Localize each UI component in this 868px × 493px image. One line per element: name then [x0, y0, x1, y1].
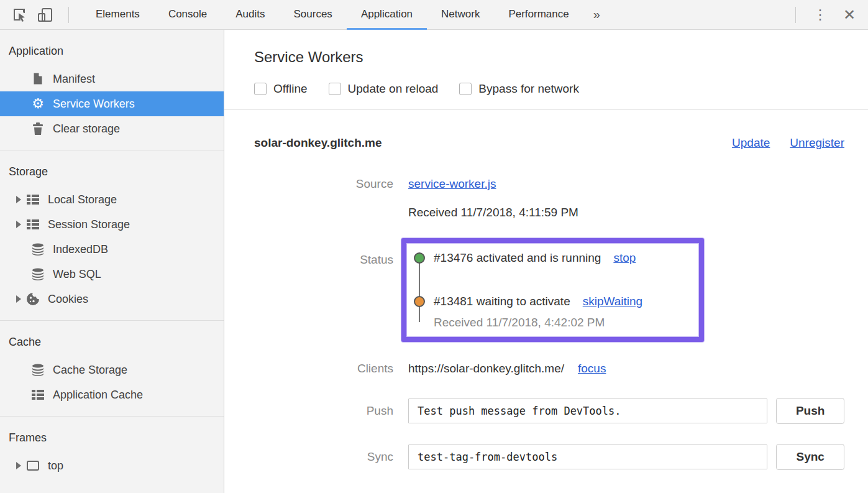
section-title: Storage [0, 165, 224, 187]
application-sidebar: Application Manifest ⚙ Service Workers [0, 30, 224, 493]
tab-network[interactable]: Network [427, 0, 494, 30]
focus-link[interactable]: focus [578, 362, 606, 376]
close-icon[interactable]: ✕ [837, 6, 868, 24]
service-worker-options: Offline Update on reload Bypass for netw… [254, 82, 844, 96]
update-link[interactable]: Update [732, 136, 770, 150]
sidebar-item-top-frame[interactable]: top [0, 453, 224, 478]
sidebar-item-cookies[interactable]: Cookies [0, 287, 224, 311]
sidebar-item-label: Service Workers [53, 98, 135, 111]
push-row: Push Push [254, 398, 844, 424]
checkbox-label: Update on reload [348, 82, 439, 96]
trash-icon [31, 122, 45, 136]
status-label: Status [254, 238, 393, 267]
sidebar-section-storage: Storage Local Storage [0, 150, 224, 321]
client-url: https://solar-donkey.glitch.me/ [408, 362, 564, 376]
waiting-received-timestamp: Received 11/7/2018, 4:42:02 PM [434, 316, 689, 329]
frame-icon [26, 459, 40, 472]
stop-link[interactable]: stop [613, 251, 636, 265]
sidebar-item-indexeddb[interactable]: IndexedDB [0, 237, 224, 262]
manifest-icon [31, 72, 45, 86]
source-received-timestamp: Received 11/7/2018, 4:11:59 PM [408, 206, 578, 219]
table-icon [26, 218, 40, 231]
sidebar-item-label: Cache Storage [53, 364, 127, 377]
clients-label: Clients [254, 362, 393, 376]
tab-elements[interactable]: Elements [81, 0, 154, 30]
sidebar-item-local-storage[interactable]: Local Storage [0, 187, 224, 212]
toolbar-separator [68, 7, 69, 23]
sync-label: Sync [254, 450, 393, 464]
cookie-icon [26, 292, 40, 306]
tab-performance[interactable]: Performance [494, 0, 583, 30]
section-title: Frames [0, 431, 224, 453]
tab-audits[interactable]: Audits [221, 0, 279, 30]
bypass-for-network-checkbox[interactable] [459, 83, 472, 95]
skipwaiting-link[interactable]: skipWaiting [583, 295, 642, 308]
sidebar-item-application-cache[interactable]: Application Cache [0, 382, 224, 407]
sidebar-section-cache: Cache Cache Storage [0, 321, 224, 417]
bypass-for-network-checkbox-group[interactable]: Bypass for network [459, 82, 579, 96]
service-workers-panel: Service Workers Offline Update on reload… [224, 30, 868, 493]
expand-triangle-icon[interactable] [16, 462, 21, 469]
sync-row: Sync Sync [254, 444, 844, 470]
active-status-dot [414, 252, 425, 264]
waiting-worker-status: #13481 waiting to activate [434, 295, 570, 308]
waiting-worker-row: #13481 waiting to activate skipWaiting [434, 295, 689, 308]
update-on-reload-checkbox[interactable] [329, 83, 341, 95]
sidebar-item-label: Clear storage [53, 122, 120, 136]
status-annotation-box: #13476 activated and is running stop #13… [401, 238, 704, 342]
gear-icon: ⚙ [31, 97, 45, 111]
expand-triangle-icon[interactable] [16, 295, 21, 303]
sidebar-section-application: Application Manifest ⚙ Service Workers [0, 30, 224, 150]
devtools-toolbar: Elements Console Audits Sources Applicat… [0, 0, 868, 30]
sidebar-item-session-storage[interactable]: Session Storage [0, 212, 224, 237]
source-label: Source [254, 177, 393, 191]
sidebar-item-web-sql[interactable]: Web SQL [0, 262, 224, 287]
tab-sources[interactable]: Sources [280, 0, 347, 30]
sidebar-item-label: Session Storage [48, 218, 130, 231]
active-worker-status: #13476 activated and is running [434, 251, 601, 265]
sidebar-item-label: top [48, 459, 63, 472]
sidebar-item-cache-storage[interactable]: Cache Storage [0, 357, 224, 382]
sync-button[interactable]: Sync [776, 444, 844, 470]
offline-checkbox-group[interactable]: Offline [254, 82, 308, 96]
sidebar-item-label: IndexedDB [53, 243, 108, 256]
tab-console[interactable]: Console [154, 0, 221, 30]
device-toolbar-icon[interactable] [35, 4, 56, 25]
sidebar-item-clear-storage[interactable]: Clear storage [0, 116, 224, 141]
menu-kebab-icon[interactable]: ⋮ [803, 7, 837, 23]
status-timeline: #13476 activated and is running stop #13… [414, 251, 689, 329]
sync-tag-input[interactable] [408, 445, 767, 469]
checkbox-label: Offline [273, 82, 308, 96]
push-message-input[interactable] [408, 399, 767, 423]
devtools-window: Elements Console Audits Sources Applicat… [0, 0, 868, 493]
expand-triangle-icon[interactable] [16, 221, 21, 228]
push-button[interactable]: Push [776, 398, 844, 424]
active-worker-row: #13476 activated and is running stop [434, 251, 689, 265]
panel-tabs: Elements Console Audits Sources Applicat… [81, 0, 583, 30]
database-icon [31, 363, 45, 377]
section-title: Cache [0, 336, 224, 357]
more-tabs-icon[interactable]: » [583, 1, 610, 29]
database-icon [31, 242, 45, 256]
sidebar-item-label: Web SQL [53, 268, 101, 281]
update-on-reload-checkbox-group[interactable]: Update on reload [329, 82, 439, 96]
sidebar-item-label: Application Cache [53, 389, 143, 402]
push-label: Push [254, 404, 393, 418]
expand-triangle-icon[interactable] [16, 196, 21, 203]
worker-origin: solar-donkey.glitch.me [254, 136, 382, 150]
table-icon [31, 388, 45, 402]
inspect-element-icon[interactable] [9, 4, 30, 25]
unregister-link[interactable]: Unregister [790, 136, 844, 150]
timeline-connector-line [419, 262, 420, 322]
sidebar-item-service-workers[interactable]: ⚙ Service Workers [0, 91, 224, 116]
sidebar-item-label: Manifest [53, 73, 95, 86]
sidebar-item-manifest[interactable]: Manifest [0, 67, 224, 91]
section-divider [224, 109, 868, 110]
tab-application[interactable]: Application [347, 0, 427, 30]
section-title: Application [0, 45, 224, 67]
checkbox-label: Bypass for network [478, 82, 579, 96]
sidebar-item-label: Cookies [48, 293, 88, 306]
source-row: Source service-worker.js [254, 177, 844, 191]
source-file-link[interactable]: service-worker.js [408, 177, 496, 190]
offline-checkbox[interactable] [254, 83, 267, 95]
